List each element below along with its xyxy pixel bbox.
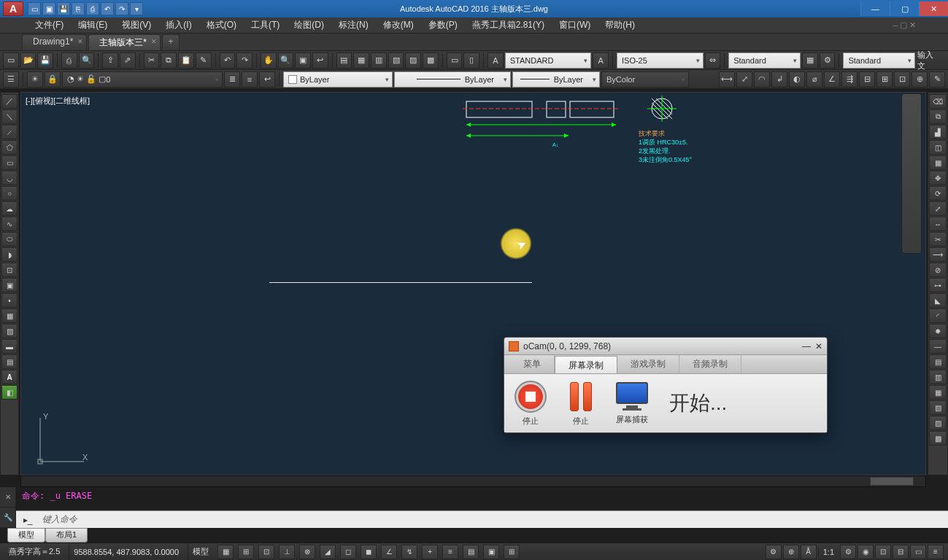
prop3-icon[interactable]: ▦ — [929, 385, 947, 400]
dim-radius-icon[interactable]: ◐ — [789, 71, 805, 88]
paste-icon[interactable]: 📋 — [178, 52, 194, 69]
qat-new-icon[interactable]: ▭ — [28, 2, 41, 15]
dim-tolerance-icon[interactable]: ⊡ — [894, 71, 910, 88]
markup-icon[interactable]: ▨ — [405, 52, 421, 69]
ocam-minimize-icon[interactable]: — — [802, 341, 811, 351]
dim-tool-icon[interactable]: ⇔ — [705, 52, 721, 69]
otrack-icon[interactable]: ∠ — [381, 545, 397, 559]
dim-arc-icon[interactable]: ◠ — [754, 71, 770, 88]
minimize-button[interactable]: — — [860, 1, 890, 16]
mirror-icon[interactable]: ▟ — [929, 125, 947, 139]
prop-icon[interactable]: ▤ — [929, 354, 947, 369]
close-button[interactable]: ✕ — [919, 1, 948, 16]
dim-aligned-icon[interactable]: ⤢ — [736, 71, 752, 88]
block-make-icon[interactable]: ▣ — [1, 278, 18, 292]
menu-yanxiu[interactable]: 燕秀工具箱2.81(Y) — [466, 18, 550, 33]
pan-icon[interactable]: ✋ — [261, 52, 277, 69]
stretch-icon[interactable]: ↔ — [929, 217, 947, 231]
ocam-tab-screenrec[interactable]: 屏幕录制 — [555, 356, 617, 373]
navigation-wheel[interactable] — [901, 93, 922, 254]
qat-open-icon[interactable]: ▣ — [42, 2, 55, 15]
qat-plot-icon[interactable]: ⎙ — [86, 2, 99, 15]
menu-modify[interactable]: 修改(M) — [377, 18, 420, 33]
viewport-label[interactable]: [-][俯视][二维线框] — [26, 96, 90, 106]
copy-icon[interactable]: ⧉ — [161, 52, 177, 69]
qat-redo-icon[interactable]: ↷ — [115, 2, 128, 15]
dim-ordinate-icon[interactable]: ↲ — [771, 71, 787, 88]
copy-icon[interactable]: ⧉ — [929, 109, 947, 124]
extend-icon[interactable]: ⟶ — [929, 247, 947, 262]
ocam-tab-audiorec[interactable]: 音频录制 — [679, 355, 741, 373]
qat-saveas-icon[interactable]: ⎘ — [72, 2, 85, 15]
scrollbar-thumb[interactable] — [870, 477, 914, 486]
doc-tab-add[interactable]: + — [162, 34, 180, 50]
table-icon[interactable]: ▤ — [1, 354, 18, 369]
ocam-stop-button[interactable]: 停止 — [515, 381, 547, 427]
isolobj-icon[interactable]: ⊟ — [893, 545, 909, 559]
menu-tools[interactable]: 工具(T) — [245, 18, 285, 33]
dim-style-dropdown[interactable]: ISO-25 — [617, 52, 704, 69]
layer-iso-icon[interactable]: ≡ — [242, 71, 258, 88]
sc-icon[interactable]: ⊞ — [504, 545, 520, 559]
preview-icon[interactable]: 🔍 — [79, 52, 95, 69]
annoauto-icon[interactable]: Å — [801, 545, 817, 559]
hw-icon[interactable]: ⊡ — [875, 545, 891, 559]
prop6-icon[interactable]: ▩ — [929, 431, 947, 446]
line-icon[interactable]: ／ — [1, 94, 18, 109]
ortho-icon[interactable]: ⊥ — [279, 545, 295, 559]
mline-style-dropdown[interactable]: Standard — [843, 52, 915, 69]
zoom-realtime-icon[interactable]: 🔍 — [278, 52, 294, 69]
qp-icon[interactable]: ▣ — [483, 545, 499, 559]
offset-icon[interactable]: ◫ — [929, 140, 947, 155]
qcalc-icon[interactable]: ▩ — [423, 52, 439, 69]
prop4-icon[interactable]: ▧ — [929, 400, 947, 415]
close-icon[interactable]: ✕ — [151, 38, 157, 45]
annovis-icon[interactable]: ◉ — [858, 545, 874, 559]
polygon-icon[interactable]: ⬠ — [1, 140, 18, 155]
dim-angular-icon[interactable]: ∠ — [824, 71, 840, 88]
qat-undo-icon[interactable]: ↶ — [101, 2, 114, 15]
toolpalette-icon[interactable]: ▥ — [371, 52, 387, 69]
command-history[interactable]: 命令: _u ERASE — [16, 487, 948, 510]
xline-icon[interactable]: ＼ — [1, 109, 18, 124]
layer-prev-icon[interactable]: ↩ — [259, 71, 275, 88]
layout-tab-layout1[interactable]: 布局1 — [45, 528, 88, 542]
lineweight-dropdown[interactable]: ByLayer — [512, 71, 600, 88]
arc-icon[interactable]: ◡ — [1, 171, 18, 185]
command-line-icon[interactable]: ▸_ — [19, 513, 36, 527]
dim-diameter-icon[interactable]: ⌀ — [806, 71, 822, 88]
point-icon[interactable]: • — [1, 293, 18, 308]
move-icon[interactable]: ✥ — [929, 171, 947, 185]
ocam-window[interactable]: oCam(0, 0, 1299, 768) — ✕ 菜单 屏幕录制 游戏录制 音… — [504, 337, 828, 433]
ellipsearc-icon[interactable]: ◗ — [1, 247, 18, 262]
menu-dimension[interactable]: 标注(N) — [333, 18, 374, 33]
tool-icon[interactable]: ⚙ — [820, 52, 836, 69]
linetype-dropdown[interactable]: ByLayer — [394, 71, 511, 88]
match-icon[interactable]: ✎ — [196, 52, 212, 69]
new-icon[interactable]: ▭ — [3, 52, 19, 69]
grid-icon[interactable]: ▦ — [217, 545, 234, 559]
table-icon[interactable]: ▦ — [802, 52, 818, 69]
trim-icon[interactable]: ✂ — [929, 232, 947, 246]
rectangle-icon[interactable]: ▭ — [1, 155, 18, 170]
text-icon[interactable]: A — [488, 52, 504, 69]
status-scale[interactable]: 1:1 — [818, 548, 839, 556]
ocam-titlebar[interactable]: oCam(0, 0, 1299, 768) — ✕ — [504, 338, 827, 355]
erase-icon[interactable]: ⌫ — [929, 94, 947, 109]
horizontal-scrollbar[interactable] — [20, 475, 926, 487]
dim-quick-icon[interactable]: ⇶ — [841, 71, 858, 88]
layer-freeze-icon[interactable]: ☀ — [27, 71, 43, 88]
status-mode[interactable]: 模型 — [188, 543, 213, 560]
lwt-icon[interactable]: ≡ — [442, 545, 458, 559]
osnap-icon[interactable]: ◻ — [340, 545, 356, 559]
sheetset-icon[interactable]: ▧ — [388, 52, 404, 69]
menu-param[interactable]: 参数(P) — [423, 18, 463, 33]
xref-icon[interactable]: ▯ — [463, 52, 479, 69]
polar-icon[interactable]: ⊗ — [299, 545, 315, 559]
print-icon[interactable]: ⎙ — [61, 52, 77, 69]
ocam-tab-menu[interactable]: 菜单 — [510, 355, 555, 373]
ducs-icon[interactable]: ↯ — [401, 545, 417, 559]
chamfer-icon[interactable]: ◣ — [929, 293, 947, 308]
infer-icon[interactable]: ⊡ — [258, 545, 274, 559]
props-icon[interactable]: ▤ — [336, 52, 352, 69]
